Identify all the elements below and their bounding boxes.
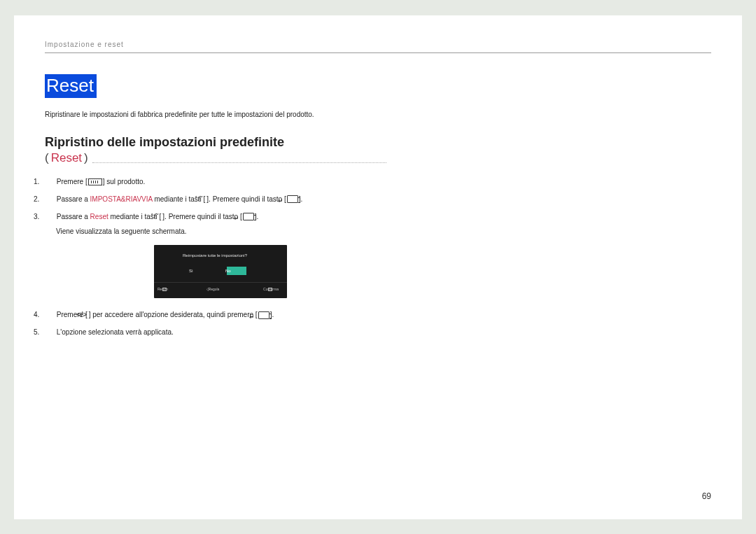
keyword-reset: Reset <box>90 213 108 220</box>
osd-footer-conferma: Conferma <box>268 286 279 293</box>
intro-text: Ripristinare le impostazioni di fabbrica… <box>45 111 711 118</box>
enter-icon <box>258 311 270 319</box>
steps-list: 1. Premere [] sul prodotto. 2. Passare a… <box>45 175 711 339</box>
page-number: 69 <box>702 491 711 501</box>
keyword-imposta: IMPOSTA&RIAVVIA <box>90 195 153 203</box>
osd-option-no: No <box>227 267 246 275</box>
osd-footer: Return ◇Regola Conferma <box>154 282 287 295</box>
step-5: 5. L'opzione selezionata verrà applicata… <box>45 325 711 339</box>
dotted-divider <box>92 153 386 163</box>
step-3: 3. Passare a Reset mediante i tasti [˄/˅… <box>45 210 711 298</box>
step-1: 1. Premere [] sul prodotto. <box>45 175 711 188</box>
osd-options: Sì No <box>154 267 287 275</box>
enter-icon <box>287 195 298 203</box>
menu-icon <box>88 178 102 185</box>
enter-icon <box>243 213 254 220</box>
osd-footer-regola: ◇Regola <box>218 286 220 293</box>
step-3-description: Viene visualizzata la seguente schermata… <box>67 225 711 238</box>
osd-option-yes: Sì <box>195 267 206 275</box>
step-2: 2. Passare a IMPOSTA&RIAVVIA mediante i … <box>45 192 711 206</box>
subtitle-keyword: Reset <box>51 151 82 165</box>
document-page: Impostazione e reset Reset Ripristinare … <box>14 15 742 519</box>
osd-screenshot: Reimpostare tutte le impostazioni? Sì No… <box>154 245 287 298</box>
section-title: Ripristino delle impostazioni predefinit… <box>45 135 711 150</box>
osd-footer-return: Return <box>162 286 169 293</box>
section-subtitle: ( Reset ) <box>45 151 711 165</box>
header-breadcrumb: Impostazione e reset <box>45 41 711 53</box>
page-title-badge: Reset <box>45 74 97 98</box>
step-4: 4. Premere [</>] per accedere all'opzion… <box>45 308 711 321</box>
osd-question: Reimpostare tutte le impostazioni? <box>154 252 287 260</box>
